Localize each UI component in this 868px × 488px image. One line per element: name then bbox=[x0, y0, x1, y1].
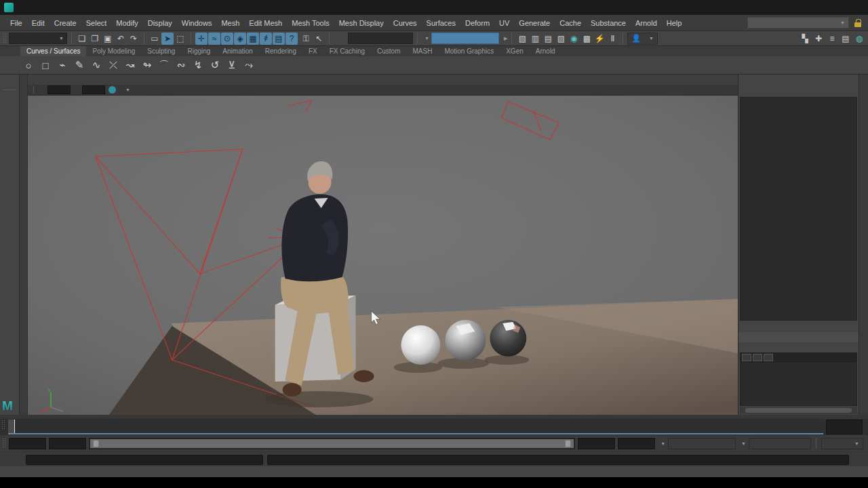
menu-item[interactable]: UV bbox=[494, 17, 514, 29]
command-result-field[interactable] bbox=[267, 455, 849, 465]
construction-history-icon[interactable] bbox=[334, 33, 346, 45]
color-management-dropdown[interactable]: ▼ bbox=[106, 85, 176, 95]
highlight-selection-icon[interactable]: ↖ bbox=[313, 33, 325, 45]
show-attribute-editor-icon[interactable]: ≡ bbox=[826, 33, 838, 45]
shelf-tab[interactable]: XGen bbox=[500, 46, 530, 56]
symmetry-expand-arrow[interactable]: ▶ bbox=[504, 36, 507, 41]
character-set-dropdown[interactable] bbox=[668, 438, 736, 449]
open-render-view-icon[interactable]: ▧ bbox=[516, 33, 528, 45]
select-hierarchy-icon[interactable]: ▭ bbox=[149, 33, 161, 45]
menu-set-dropdown[interactable]: ▼ bbox=[9, 33, 67, 44]
cv-curve-tool-icon[interactable]: ⌁ bbox=[54, 57, 71, 73]
menu-item[interactable]: Edit bbox=[27, 17, 50, 29]
snap-view-plane-icon[interactable]: ▦ bbox=[247, 33, 259, 45]
light-editor-icon[interactable]: ⚡ bbox=[593, 33, 606, 45]
menu-item[interactable]: Create bbox=[50, 17, 81, 29]
curve-edit-tool-icon[interactable]: ↝ bbox=[122, 57, 138, 73]
timeline-ruler[interactable] bbox=[8, 420, 823, 434]
workspace-lock-icon[interactable] bbox=[854, 19, 861, 27]
user-account-dropdown[interactable]: 👤 ▼ bbox=[627, 33, 658, 45]
animation-end-field[interactable] bbox=[618, 438, 655, 449]
menu-item[interactable]: Generate bbox=[514, 17, 555, 29]
extend-curve-icon[interactable]: ⤳ bbox=[241, 57, 257, 73]
shelf-tab[interactable]: Arnold bbox=[530, 46, 561, 56]
select-component-icon[interactable]: ⬚ bbox=[174, 33, 186, 45]
current-time-field[interactable] bbox=[826, 420, 863, 434]
symmetry-dropdown-arrow[interactable]: ▼ bbox=[425, 36, 429, 41]
visibility-column-header[interactable] bbox=[742, 354, 751, 361]
snap-together-icon[interactable]: ▤ bbox=[273, 33, 285, 45]
menu-item[interactable]: Curves bbox=[389, 17, 422, 29]
menu-item[interactable]: Modify bbox=[111, 17, 142, 29]
add-points-tool-icon[interactable]: ↬ bbox=[139, 57, 155, 73]
menu-item[interactable]: Mesh Tools bbox=[287, 17, 334, 29]
render-settings-icon[interactable]: ▨ bbox=[555, 33, 567, 45]
range-slider-grip[interactable] bbox=[2, 438, 6, 449]
nurbs-square-icon[interactable]: □ bbox=[37, 57, 54, 73]
menu-item[interactable]: Cache bbox=[555, 17, 586, 29]
fps-dropdown[interactable]: ▼ bbox=[821, 438, 863, 449]
make-live-icon[interactable]: ҂ bbox=[260, 33, 272, 45]
script-editor-icon[interactable] bbox=[853, 454, 864, 465]
character-set-arrow[interactable]: ▼ bbox=[660, 441, 665, 446]
open-close-curve-icon[interactable]: ↺ bbox=[207, 57, 223, 73]
exposure-field[interactable] bbox=[47, 85, 71, 94]
menu-item[interactable]: Mesh bbox=[216, 17, 244, 29]
range-start-handle[interactable] bbox=[93, 440, 99, 447]
nurbs-circle-icon[interactable]: ○ bbox=[20, 57, 37, 73]
command-input[interactable] bbox=[26, 455, 263, 465]
menu-item[interactable]: Arnold bbox=[631, 17, 662, 29]
shelf-tab[interactable]: Motion Graphics bbox=[438, 46, 500, 56]
range-bar[interactable] bbox=[89, 438, 575, 449]
anim-layer-dropdown[interactable] bbox=[749, 438, 811, 449]
three-point-arc-icon[interactable]: ⌒ bbox=[156, 57, 172, 73]
shelf-tab[interactable]: Rigging bbox=[181, 46, 216, 56]
layer-header-row[interactable] bbox=[741, 353, 856, 363]
menu-item[interactable]: Deform bbox=[460, 17, 494, 29]
extra-column-header[interactable] bbox=[764, 354, 773, 361]
shelf-tab[interactable]: FX Caching bbox=[323, 46, 371, 56]
snap-grid-icon[interactable]: ✛ bbox=[195, 33, 208, 45]
workspace-dropdown[interactable]: ▼ bbox=[747, 17, 849, 28]
anim-layer-arrow[interactable]: ▼ bbox=[741, 441, 746, 446]
shelf-tab[interactable]: Rendering bbox=[259, 46, 302, 56]
gamma-field[interactable] bbox=[82, 85, 105, 94]
show-character-controls-icon[interactable]: ✚ bbox=[812, 33, 825, 45]
status-grip[interactable] bbox=[3, 33, 7, 44]
shelf-tab[interactable]: Curves / Surfaces bbox=[20, 46, 86, 56]
snap-point-icon[interactable]: ⊙ bbox=[221, 33, 233, 45]
snap-curve-icon[interactable]: ≈ bbox=[208, 33, 220, 45]
attach-curves-icon[interactable]: ∾ bbox=[173, 57, 189, 73]
snap-projected-center-icon[interactable]: ◈ bbox=[234, 33, 246, 45]
shelf-tab[interactable]: Sculpting bbox=[141, 46, 181, 56]
render-current-frame-icon[interactable]: ▥ bbox=[529, 33, 541, 45]
show-modeling-toolkit-icon[interactable]: ▚ bbox=[799, 33, 811, 45]
menu-item[interactable]: File bbox=[5, 17, 27, 29]
shelf-tab[interactable]: Animation bbox=[216, 46, 258, 56]
undo-icon[interactable]: ↶ bbox=[115, 33, 127, 45]
exposure-icon[interactable] bbox=[37, 85, 47, 95]
detach-curves-icon[interactable]: ↯ bbox=[190, 57, 206, 73]
shelf-tab[interactable]: Poly Modeling bbox=[86, 46, 141, 56]
outliner-collapsed-tab[interactable] bbox=[20, 75, 28, 415]
menu-item[interactable]: Substance bbox=[586, 17, 631, 29]
channel-box-empty-area[interactable] bbox=[740, 97, 857, 321]
gamma-icon[interactable] bbox=[71, 85, 81, 95]
ipr-render-icon[interactable]: ▤ bbox=[542, 33, 554, 45]
redo-icon[interactable]: ↷ bbox=[127, 33, 140, 45]
new-scene-icon[interactable]: ❏ bbox=[76, 33, 88, 45]
save-scene-icon[interactable]: ▣ bbox=[102, 33, 114, 45]
menu-item[interactable]: Display bbox=[143, 17, 177, 29]
layer-scrollbar[interactable] bbox=[740, 407, 857, 414]
shelf-tab[interactable]: FX bbox=[302, 46, 323, 56]
insert-knot-icon[interactable]: ⊻ bbox=[224, 57, 240, 73]
show-tool-settings-icon[interactable]: ▤ bbox=[840, 33, 852, 45]
symmetry-field[interactable] bbox=[431, 33, 499, 44]
shelf-tab[interactable]: MASH bbox=[406, 46, 438, 56]
sphere-white[interactable] bbox=[401, 325, 440, 365]
viewport-3d[interactable]: y bbox=[28, 96, 738, 415]
select-object-icon[interactable]: ➤ bbox=[161, 33, 174, 45]
snap-help-icon[interactable]: ? bbox=[285, 33, 298, 45]
bezier-curve-tool-icon[interactable]: ⤫ bbox=[105, 57, 121, 73]
lock-selection-icon[interactable]: ⚿ bbox=[300, 33, 312, 45]
